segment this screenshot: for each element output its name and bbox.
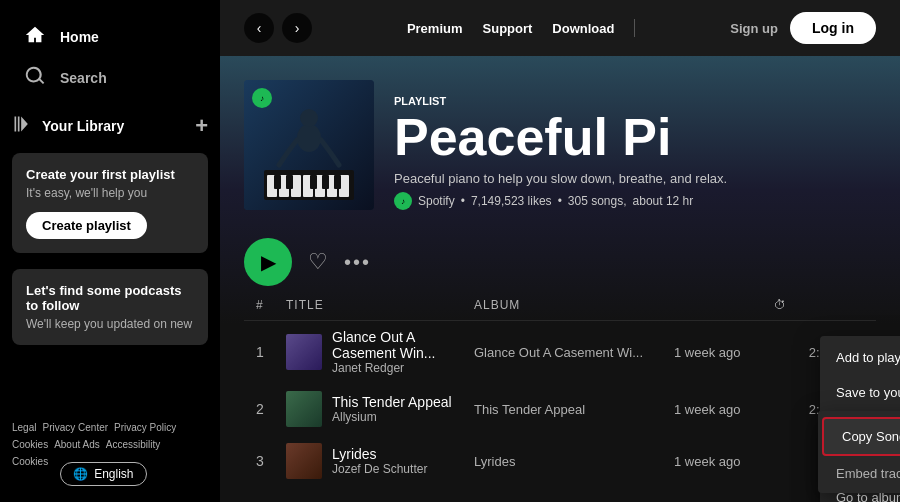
create-playlist-button[interactable]: Create playlist <box>26 212 147 239</box>
copy-link-wrapper: Copy Song Link <box>818 415 900 458</box>
add-to-playlist-label: Add to playlist <box>836 350 900 365</box>
login-button[interactable]: Log in <box>790 12 876 44</box>
podcasts-title: Let's find some podcasts to follow <box>26 283 194 313</box>
create-playlist-box: Create your first playlist It's easy, we… <box>12 153 208 253</box>
sidebar-footer: Legal Privacy Center Privacy Policy Cook… <box>0 414 220 494</box>
sidebar: Home Search Your Library + Create your f… <box>0 0 220 502</box>
main-content: ‹ › Premium Support Download Sign up Log… <box>220 0 900 502</box>
nav-arrows: ‹ › <box>244 13 312 43</box>
legal-link[interactable]: Legal <box>12 422 36 433</box>
add-library-button[interactable]: + <box>195 115 208 137</box>
context-add-to-playlist[interactable]: Add to playlist › <box>820 340 900 375</box>
library-header: Your Library + <box>0 106 220 145</box>
search-icon <box>24 65 46 90</box>
language-label: English <box>94 467 133 481</box>
about-ads-link[interactable]: About Ads <box>54 439 100 450</box>
privacy-center-link[interactable]: Privacy Center <box>42 422 108 433</box>
nav-divider <box>634 19 635 37</box>
copy-song-link-button[interactable]: Copy Song Link <box>822 417 900 456</box>
forward-icon: › <box>295 20 300 36</box>
create-playlist-title: Create your first playlist <box>26 167 194 182</box>
nav-links: Premium Support Download <box>407 19 636 37</box>
download-link[interactable]: Download <box>552 21 614 36</box>
globe-icon: 🌐 <box>73 467 88 481</box>
share-submenu: Copy Song Link Embed track <box>818 411 900 493</box>
sidebar-item-search[interactable]: Search <box>12 57 208 98</box>
home-label: Home <box>60 29 99 45</box>
search-label: Search <box>60 70 107 86</box>
back-icon: ‹ <box>257 20 262 36</box>
library-icon <box>12 114 32 137</box>
signup-button[interactable]: Sign up <box>730 21 778 36</box>
top-nav: ‹ › Premium Support Download Sign up Log… <box>220 0 900 56</box>
accessibility-link[interactable]: Accessibility <box>106 439 160 450</box>
podcasts-box: Let's find some podcasts to follow We'll… <box>12 269 208 345</box>
embed-track-option[interactable]: Embed track <box>818 458 900 489</box>
app-container: Home Search Your Library + Create your f… <box>0 0 900 502</box>
context-menu-overlay[interactable]: Add to playlist › Save to your Liked Son… <box>220 56 900 502</box>
cookies-link-2[interactable]: Cookies <box>12 456 48 486</box>
support-link[interactable]: Support <box>483 21 533 36</box>
nav-auth: Sign up Log in <box>730 12 876 44</box>
privacy-policy-link[interactable]: Privacy Policy <box>114 422 176 433</box>
back-button[interactable]: ‹ <box>244 13 274 43</box>
forward-button[interactable]: › <box>282 13 312 43</box>
podcasts-subtitle: We'll keep you updated on new <box>26 317 194 331</box>
context-save-liked[interactable]: Save to your Liked Songs <box>820 375 900 410</box>
create-playlist-subtitle: It's easy, we'll help you <box>26 186 194 200</box>
cookies-link-1[interactable]: Cookies <box>12 439 48 450</box>
nav-section: Home Search <box>0 0 220 106</box>
language-button[interactable]: 🌐 English <box>60 462 146 486</box>
library-label: Your Library <box>42 118 124 134</box>
premium-link[interactable]: Premium <box>407 21 463 36</box>
home-icon <box>24 24 46 49</box>
sidebar-item-home[interactable]: Home <box>12 16 208 57</box>
save-liked-label: Save to your Liked Songs <box>836 385 900 400</box>
content-scroll[interactable]: ♪ <box>220 56 900 502</box>
